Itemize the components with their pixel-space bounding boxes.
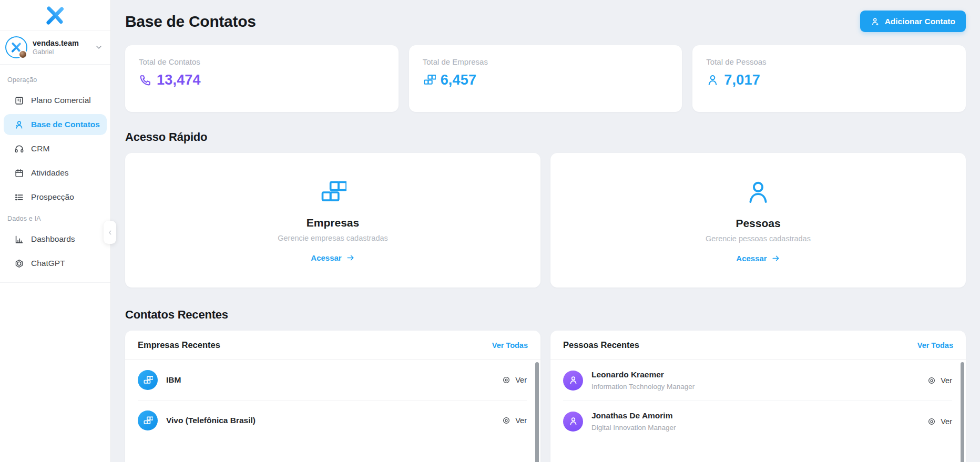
ver-label: Ver (515, 416, 527, 425)
arrow-right-icon (771, 254, 780, 263)
stats-row: Total de Contatos 13,474 Total de Empres… (125, 45, 966, 112)
eye-icon (927, 376, 936, 385)
ver-label: Ver (515, 376, 527, 384)
brand-k-icon (45, 5, 66, 26)
list-card-title: Pessoas Recentes (563, 340, 639, 350)
recent-people-card: Pessoas Recentes Ver Todas Leonardo Krae… (550, 331, 966, 462)
acessar-pessoas-link[interactable]: Acessar (736, 254, 780, 263)
stat-value: 7,017 (724, 72, 760, 88)
company-blocks-icon (143, 416, 153, 426)
kanban-icon (14, 95, 24, 106)
company-blocks-icon (143, 375, 153, 385)
sidebar-item-label: Dashboards (31, 234, 75, 244)
person-role: Digital Innovation Manager (591, 424, 918, 432)
list-icon (14, 192, 24, 202)
table-row: Leonardo Kraemer Information Technology … (563, 360, 952, 401)
acessar-label: Acessar (736, 254, 767, 263)
arrow-right-icon (346, 253, 355, 262)
stat-card-contatos: Total de Contatos 13,474 (125, 45, 399, 112)
sidebar-item-prospeccao[interactable]: Prospecção (4, 187, 107, 208)
page-header: Base de Contatos Adicionar Contato (125, 0, 966, 32)
recent-row: Empresas Recentes Ver Todas IBM Ver (125, 331, 966, 462)
ver-button[interactable]: Ver (927, 417, 952, 426)
add-contact-button[interactable]: Adicionar Contato (860, 11, 966, 32)
stat-card-pessoas: Total de Pessoas 7,017 (692, 45, 966, 112)
sidebar-item-label: Atividades (31, 168, 69, 178)
quick-card-title: Pessoas (736, 217, 780, 230)
recent-contacts-title: Contatos Recentes (125, 308, 966, 322)
person-icon (706, 74, 719, 87)
quick-access-row: Empresas Gerencie empresas cadastradas A… (125, 153, 966, 288)
sidebar-item-atividades[interactable]: Atividades (4, 162, 107, 183)
add-contact-label: Adicionar Contato (885, 17, 955, 26)
chevron-down-icon (95, 43, 103, 52)
sidebar-item-plano-comercial[interactable]: Plano Comercial (4, 90, 107, 111)
stat-card-empresas: Total de Empresas 6,457 (409, 45, 682, 112)
list-card-title: Empresas Recentes (138, 340, 220, 350)
acessar-empresas-link[interactable]: Acessar (311, 253, 354, 262)
sidebar-item-crm[interactable]: CRM (4, 138, 107, 159)
stat-label: Total de Empresas (423, 57, 669, 66)
sidebar-item-base-de-contatos[interactable]: Base de Contatos (4, 114, 107, 135)
stat-label: Total de Pessoas (706, 57, 952, 66)
person-icon (744, 178, 772, 207)
quick-access-title: Acesso Rápido (125, 130, 966, 144)
ver-label: Ver (941, 376, 952, 385)
sidebar: vendas.team Gabriel Operação Plano Comer… (0, 0, 111, 462)
sidebar-nav: Operação Plano Comercial Base de Contato… (0, 65, 110, 283)
workspace-user: Gabriel (33, 48, 89, 56)
ver-label: Ver (941, 417, 952, 426)
ver-button[interactable]: Ver (502, 375, 527, 385)
person-plus-icon (871, 17, 880, 26)
workspace-selector[interactable]: vendas.team Gabriel (0, 30, 110, 65)
sidebar-collapse-button[interactable] (104, 221, 116, 244)
company-avatar (138, 370, 158, 390)
card-scrollbar[interactable] (535, 362, 539, 462)
main-content: Base de Contatos Adicionar Contato Total… (111, 0, 980, 462)
ver-button[interactable]: Ver (502, 416, 527, 425)
company-blocks-icon (319, 179, 346, 206)
ver-button[interactable]: Ver (927, 376, 952, 385)
user-photo (18, 50, 27, 59)
sidebar-item-label: ChatGPT (31, 259, 65, 268)
person-role: Information Technology Manager (591, 383, 918, 391)
eye-icon (502, 375, 511, 385)
table-row: IBM Ver (138, 360, 527, 401)
chart-icon (14, 234, 24, 244)
contacts-icon (14, 119, 24, 130)
person-icon (568, 416, 578, 426)
workspace-name: vendas.team (33, 39, 89, 47)
table-row: Vivo (Telefônica Brasil) Ver (138, 401, 527, 440)
chevron-left-icon (107, 229, 114, 236)
person-icon (568, 375, 578, 385)
sidebar-item-label: Base de Contatos (31, 120, 100, 129)
quick-card-title: Empresas (307, 217, 359, 229)
sidebar-item-dashboards[interactable]: Dashboards (4, 229, 107, 250)
table-row: Jonathas De Amorim Digital Innovation Ma… (563, 401, 952, 442)
headset-icon (14, 143, 24, 154)
ver-todas-empresas-link[interactable]: Ver Todas (492, 341, 528, 350)
section-label-dados-e-ia: Dados e IA (0, 211, 110, 228)
eye-icon (927, 417, 936, 426)
company-blocks-icon (423, 74, 436, 87)
phone-icon (139, 74, 152, 87)
quick-card-pessoas[interactable]: Pessoas Gerencie pessoas cadastradas Ace… (550, 153, 966, 288)
person-avatar (563, 412, 583, 432)
page-title: Base de Contatos (125, 13, 256, 30)
card-scrollbar[interactable] (961, 362, 964, 462)
sidebar-item-label: CRM (31, 144, 49, 153)
openai-icon (14, 258, 24, 269)
company-avatar (138, 410, 158, 430)
workspace-avatar (5, 36, 27, 58)
acessar-label: Acessar (311, 253, 341, 262)
quick-card-subtitle: Gerencie pessoas cadastradas (706, 234, 811, 243)
quick-card-empresas[interactable]: Empresas Gerencie empresas cadastradas A… (125, 153, 540, 288)
sidebar-item-chatgpt[interactable]: ChatGPT (4, 253, 107, 274)
stat-value: 13,474 (157, 72, 201, 88)
ver-todas-pessoas-link[interactable]: Ver Todas (917, 341, 953, 350)
app-logo (0, 0, 110, 30)
sidebar-item-label: Prospecção (31, 192, 74, 202)
person-name: Leonardo Kraemer (591, 370, 918, 379)
stat-value: 6,457 (441, 72, 477, 88)
person-name: Jonathas De Amorim (591, 411, 918, 420)
